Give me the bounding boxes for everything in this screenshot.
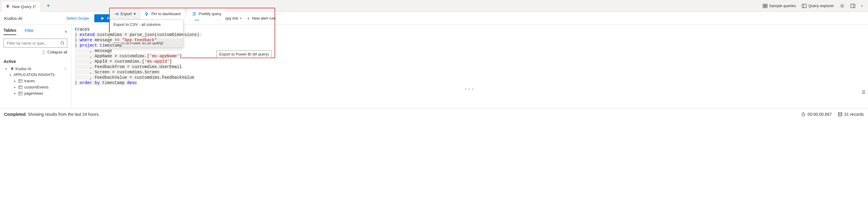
tab-label: New Query 1* [12,4,36,9]
collapse-all-icon [41,50,46,54]
code-content: traces | extend customdims = parse_json(… [71,25,868,87]
query-editor[interactable]: traces | extend customdims = parse_json(… [71,25,868,108]
settings-icon[interactable] [840,4,844,8]
tab-tables[interactable]: Tables [4,28,16,35]
prettify-icon [192,11,196,16]
sidebar-collapse-chevron[interactable]: « [65,29,67,34]
panel-icon[interactable] [850,4,855,8]
svg-rect-22 [19,92,22,95]
svg-rect-19 [19,86,22,89]
toolbar: Kudos-AI Select Scope Run Time range : L… [0,12,868,25]
status-text: . Showing results from the last 24 hours… [26,112,100,117]
svg-rect-16 [19,79,22,83]
svg-rect-3 [765,6,767,8]
svg-rect-2 [763,6,765,8]
sidebar-search[interactable] [4,38,67,48]
svg-point-6 [842,5,843,6]
favorite-star-icon[interactable]: ☆ [64,66,67,71]
records-icon [838,112,842,117]
new-alert-rule-button[interactable]: + New alert rule [247,16,276,21]
query-duration: 00:00:00.697 [801,112,832,117]
svg-point-14 [61,41,64,44]
svg-rect-10 [196,17,197,18]
tree-root-kudos[interactable]: ▾ Kudos-AI ☆ [4,66,67,72]
sidebar: Tables Filter « Collapse all Active ▾ Ku… [0,25,71,108]
svg-rect-1 [765,4,767,6]
svg-line-15 [63,44,65,45]
sample-queries-icon [763,4,768,8]
query-tab-active[interactable]: New Query 1* [1,1,41,12]
query-explorer-button[interactable]: Query explorer [802,4,834,8]
sample-queries-button[interactable]: Sample queries [763,4,796,8]
time-range-picker[interactable]: Time range : Last 24 hours [126,14,184,22]
status-bar: Completed. Showing results from the last… [0,108,868,120]
play-icon [101,17,104,20]
save-icon [194,16,199,21]
query-explorer-icon [802,4,807,8]
table-icon [19,91,23,96]
resize-handle[interactable]: • • • [71,87,868,91]
record-count: 31 records [838,112,864,117]
link-icon [216,16,220,21]
copy-link-button[interactable]: Copy link ▾ [216,16,242,21]
table-icon [19,85,23,89]
select-scope-link[interactable]: Select Scope [66,16,89,21]
svg-rect-4 [802,4,806,8]
tree-item-traces[interactable]: ▸ traces [4,78,67,84]
scope-name: Kudos-AI [4,16,23,21]
lightbulb-icon [10,67,14,71]
tree-item-pageviews[interactable]: ▸ pageViews [4,90,67,96]
tree-item-customevents[interactable]: ▸ customEvents [4,84,67,90]
stopwatch-icon [801,112,806,117]
svg-rect-7 [851,4,855,8]
collapse-all-button[interactable]: Collapse all [4,50,67,54]
tree-group-appinsights[interactable]: ▾ APPLICATION INSIGHTS [4,72,67,78]
chevron-down-icon[interactable]: ▾ [861,4,863,7]
tree-active-header: Active [4,59,67,64]
svg-rect-0 [763,4,765,6]
new-tab-button[interactable]: + [44,2,53,9]
table-icon [19,79,23,83]
query-tab-bar: New Query 1* + Sample queries Query expl… [0,0,868,12]
search-icon [61,41,65,45]
sidebar-search-input[interactable] [6,41,61,46]
lightbulb-icon [6,4,10,9]
tab-filter[interactable]: Filter [25,28,34,35]
svg-rect-28 [838,113,842,116]
run-button[interactable]: Run [94,14,120,22]
tables-tree: Active ▾ Kudos-AI ☆ ▾ APPLICATION INSIGH… [4,57,67,96]
scroll-up-icon[interactable]: ☰ [862,90,866,94]
plus-icon: + [247,16,250,21]
save-button[interactable]: Save [194,16,210,21]
status-completed: Completed [4,112,26,117]
